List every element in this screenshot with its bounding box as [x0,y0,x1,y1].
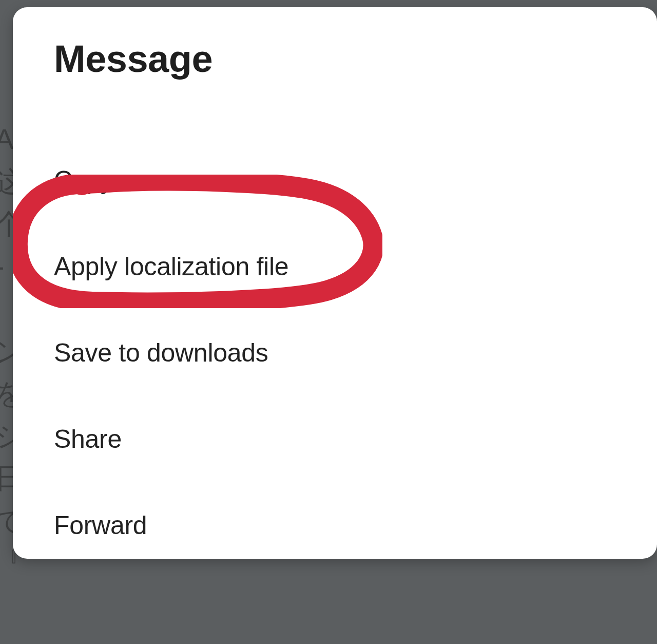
menu-item-label: Share [54,424,122,454]
menu-item-save-to-downloads[interactable]: Save to downloads [13,310,657,396]
menu-item-label: Apply localization file [54,252,288,281]
menu-item-label: Copy [54,165,113,195]
menu-item-share[interactable]: Share [13,396,657,482]
context-menu-dialog: Message Copy Apply localization file Sav… [13,7,657,559]
menu-item-copy[interactable]: Copy [13,137,657,223]
menu-list: Copy Apply localization file Save to dow… [13,137,657,569]
menu-item-apply-localization[interactable]: Apply localization file [13,223,657,310]
menu-item-label: Forward [54,510,147,540]
menu-item-forward[interactable]: Forward [13,482,657,569]
dialog-title: Message [54,37,657,81]
menu-item-label: Save to downloads [54,338,268,368]
